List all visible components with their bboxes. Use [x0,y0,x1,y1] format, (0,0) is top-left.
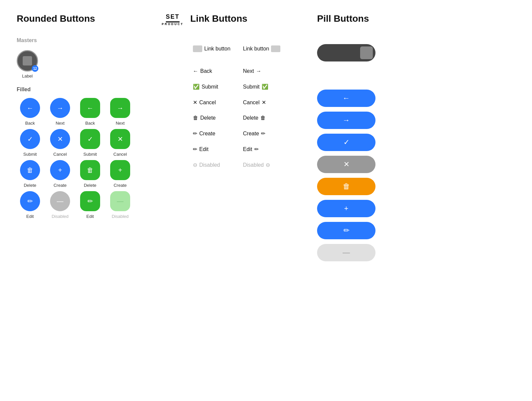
btn-back-green: ← Back [77,98,103,126]
link-cancel-right-label: Cancel [243,100,260,106]
edit-blue-button[interactable]: ✏ [20,191,40,211]
pill-submit-button[interactable]: ✓ [317,134,375,151]
btn-disabled-gray: — Disabled [47,191,73,219]
pill-next-button[interactable]: → [317,112,375,129]
delete-blue-button[interactable]: 🗑 [20,160,40,180]
link-disabled-right-button: Disabled ⊖ [240,160,290,169]
filled-label: Filled [17,87,184,93]
link-back-next-row: ← Back Next → [190,67,310,76]
submit-blue-button[interactable]: ✓ [20,129,40,149]
link-delete-row: 🗑 Delete Delete 🗑 [190,114,310,122]
section-header: Rounded Buttons SET PRODUCT [17,13,184,34]
link-submit-left-label: Submit [202,84,218,90]
pill-create-button[interactable]: + [317,200,375,217]
link-delete-left-label: Delete [200,115,216,121]
next-green-button[interactable]: → [110,98,130,118]
rounded-buttons-section: Rounded Buttons SET PRODUCT Masters 12 L… [17,13,190,261]
create-blue-label: Create [53,183,66,188]
link-placeholder-left[interactable]: Link button [190,44,240,53]
create-green-label: Create [113,183,126,188]
masters-label: Masters [17,37,184,43]
pill-disabled-button: — [317,244,375,261]
btn-cancel-green: ✕ Cancel [107,129,134,157]
link-next-button[interactable]: Next → [240,67,290,76]
link-delete-right-label: Delete [243,115,258,121]
link-placeholder-row: Link button Link button [190,44,310,53]
link-cancel-left-button[interactable]: ✕ Cancel [190,98,240,107]
btn-create-blue: + Create [47,160,73,188]
toggle-pill-area [317,44,509,61]
link-icon-left [193,45,202,52]
edit-green-button[interactable]: ✏ [80,191,100,211]
back-blue-button[interactable]: ← [20,98,40,118]
link-create-right-label: Create [243,131,259,137]
link-create-left-label: Create [199,131,215,137]
link-buttons-section: Link Buttons Link button Link button ← B… [190,13,317,261]
create-green-button[interactable]: + [110,160,130,180]
submit-green-button[interactable]: ✓ [80,129,100,149]
delete-green-label: Delete [84,183,96,188]
pill-edit-button[interactable]: ✏ [317,222,375,239]
btn-submit-blue: ✓ Submit [17,129,43,157]
link-submit-left-icon: ✅ [193,84,200,90]
link-cancel-left-label: Cancel [199,100,216,106]
link-edit-left-button[interactable]: ✏ Edit [190,145,240,154]
btn-row-1: ← Back → Next ← Back → Next [17,98,184,126]
master-avatar: 12 [17,50,38,72]
link-submit-right-icon: ✅ [262,84,268,90]
logo-line2: PRODUCT [162,22,184,26]
pill-title: Pill Buttons [317,13,509,24]
pill-delete-button[interactable]: 🗑 [317,178,375,195]
disabled-gray-button: — [50,191,70,211]
link-edit-right-button[interactable]: Edit ✏ [240,145,290,154]
link-disabled-right-icon: ⊖ [266,162,270,168]
create-blue-button[interactable]: + [50,160,70,180]
btn-row-4: ✏ Edit — Disabled ✏ Edit — Disabled [17,191,184,219]
link-edit-right-icon: ✏ [254,146,259,152]
btn-next-blue: → Next [47,98,73,126]
cancel-green-button[interactable]: ✕ [110,129,130,149]
btn-row-2: ✓ Submit ✕ Cancel ✓ Submit ✕ Cancel [17,129,184,157]
disabled-lightgreen-label: Disabled [112,214,129,219]
cancel-blue-button[interactable]: ✕ [50,129,70,149]
disabled-gray-label: Disabled [52,214,69,219]
link-icon-right [271,45,280,52]
btn-create-green: + Create [107,160,134,188]
link-submit-row: ✅ Submit Submit ✅ [190,82,310,91]
toggle-pill[interactable] [317,44,375,61]
btn-disabled-lightgreen: — Disabled [107,191,134,219]
link-delete-right-icon: 🗑 [260,115,266,121]
btn-row-3: 🗑 Delete + Create 🗑 Delete + Create [17,160,184,188]
link-delete-right-button[interactable]: Delete 🗑 [240,114,290,122]
delete-green-button[interactable]: 🗑 [80,160,100,180]
link-submit-left-button[interactable]: ✅ Submit [190,82,240,91]
master-item: 12 Label [17,50,38,79]
disabled-lightgreen-button: — [110,191,130,211]
link-title: Link Buttons [190,13,310,24]
link-cancel-right-button[interactable]: Cancel ✕ [240,98,290,107]
back-green-button[interactable]: ← [80,98,100,118]
back-blue-label: Back [25,121,35,126]
link-create-left-button[interactable]: ✏ Create [190,129,240,138]
link-back-button[interactable]: ← Back [190,67,240,76]
link-create-right-button[interactable]: Create ✏ [240,129,290,138]
masters-section: Masters 12 Label [17,37,184,79]
link-submit-right-button[interactable]: Submit ✅ [240,82,290,91]
pill-back-button[interactable]: ← [317,90,375,107]
link-disabled-left-label: Disabled [199,162,220,168]
link-cancel-right-icon: ✕ [262,99,266,106]
link-cancel-left-icon: ✕ [193,99,197,106]
pill-cancel-button[interactable]: ✕ [317,156,375,173]
edit-blue-label: Edit [26,214,34,219]
link-delete-left-button[interactable]: 🗑 Delete [190,114,240,122]
avatar-inner [23,56,32,65]
logo: SET PRODUCT [162,13,184,26]
btn-back-blue: ← Back [17,98,43,126]
link-placeholder-right[interactable]: Link button [240,44,290,53]
pill-spacer [317,66,509,90]
btn-edit-blue: ✏ Edit [17,191,43,219]
pill-buttons-section: Pill Buttons ← → ✓ ✕ 🗑 + ✏ — [317,13,515,261]
next-blue-button[interactable]: → [50,98,70,118]
rounded-title: Rounded Buttons [17,13,95,24]
badge: 12 [32,65,38,72]
